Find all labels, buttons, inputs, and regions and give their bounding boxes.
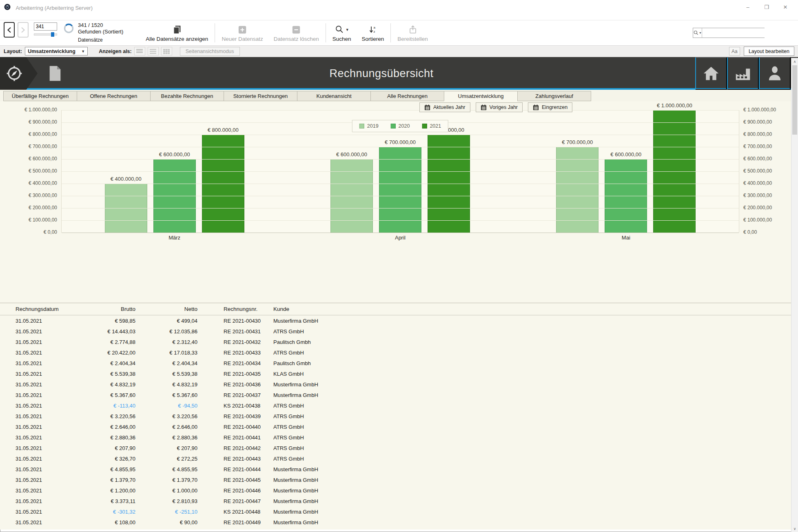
table-row[interactable]: 31.05.2021€ 1.379,70€ 1.379,70RE 2021-00… — [0, 474, 798, 485]
tab-offene-rechnungen[interactable]: Offene Rechnungen — [77, 91, 151, 101]
button-eingrenzen[interactable]: Eingrenzen — [528, 102, 572, 112]
table-view-button[interactable] — [161, 47, 172, 55]
cell: 31.05.2021 — [0, 488, 98, 494]
table-row[interactable]: 31.05.2021€ 598,85€ 499,04RE 2021-00430M… — [0, 315, 798, 326]
tab-panel: Aktuelles JahrVoriges JahrEingrenzen € 1… — [0, 101, 798, 530]
delete-record-button[interactable]: Datensatz löschen — [268, 20, 324, 45]
table-row[interactable]: 31.05.2021€ 2.774,88€ 2.312,40RE 2021-00… — [0, 337, 798, 347]
cell: ATRS GmbH — [273, 456, 798, 462]
tab-umsatzentwicklung[interactable]: Umsatzentwicklung — [444, 91, 518, 101]
table-row[interactable]: 31.05.2021€ 14.443,03€ 12.035,86RE 2021-… — [0, 326, 798, 337]
table-row[interactable]: 31.05.2021€ -301,32€ -251,10KS 2021-0044… — [0, 506, 798, 517]
table-row[interactable]: 31.05.2021€ 326,70€ 272,25RE 2021-00443A… — [0, 453, 798, 464]
sort-button[interactable]: az Sortieren — [357, 20, 390, 45]
tab-zahlungsverlauf[interactable]: Zahlungsverlauf — [517, 91, 591, 101]
scroll-down-button[interactable]: ∨ — [791, 525, 798, 532]
table-row[interactable]: 31.05.2021€ 4.832,19€ 4.832,19RE 2021-00… — [0, 379, 798, 390]
quick-find[interactable]: ▼ — [693, 28, 765, 38]
table-row[interactable]: 31.05.2021€ 20.422,00€ 17.018,33RE 2021-… — [0, 347, 798, 358]
table-row[interactable]: 31.05.2021€ 108,00€ 90,00RE 2021-00449Mu… — [0, 517, 798, 528]
search-icon[interactable]: ▼ — [693, 28, 702, 38]
column-header-netto: Netto — [135, 306, 197, 312]
table-row[interactable]: 31.05.2021€ 207,90€ 207,90RE 2021-00442A… — [0, 443, 798, 453]
home-button[interactable] — [695, 57, 727, 90]
table-row[interactable]: 31.05.2021€ 4.855,95€ 4.855,95RE 2021-00… — [0, 464, 798, 474]
table-row[interactable]: 31.05.2021€ 5.367,60€ 5.367,60RE 2021-00… — [0, 390, 798, 400]
calendar-icon — [533, 104, 539, 111]
tab-bezahlte-rechnungen[interactable]: Bezahlte Rechnungen — [150, 91, 224, 101]
quick-find-input[interactable] — [702, 28, 769, 38]
table-row[interactable]: 31.05.2021€ 2.880,36€ 2.880,36RE 2021-00… — [0, 432, 798, 443]
scrollbar-thumb[interactable] — [792, 65, 797, 135]
table-row[interactable]: 31.05.2021€ 2.404,34€ 2.404,34RE 2021-00… — [0, 358, 798, 368]
minimize-button[interactable]: – — [738, 2, 757, 12]
found-count: 341 / 1520 — [78, 22, 123, 29]
table-row[interactable]: 31.05.2021€ -113,40€ -94,50KS 2021-00438… — [0, 400, 798, 411]
table-row[interactable]: 31.05.2021€ 3.220,56€ 3.220,56RE 2021-00… — [0, 411, 798, 421]
cell: € 1.379,70 — [135, 477, 197, 483]
record-slider-thumb[interactable] — [51, 32, 54, 37]
legend-swatch — [422, 124, 427, 129]
cell: 31.05.2021 — [0, 339, 98, 345]
toolbar-separator — [326, 23, 326, 42]
cell: € 20.422,00 — [98, 350, 135, 356]
tab-kundenansicht[interactable]: Kundenansicht — [297, 91, 371, 101]
share-button[interactable]: Bereitstellen — [392, 20, 433, 45]
cell: ATRS GmbH — [273, 434, 798, 441]
bar-value-label: € 700.000,00 — [562, 139, 593, 145]
company-button[interactable] — [727, 57, 759, 90]
chevron-down-icon[interactable]: ▼ — [346, 28, 349, 32]
bar-value-label: € 700.000,00 — [385, 139, 416, 145]
chart-axis-right: € 1.000.000,00€ 900.000,00€ 800.000,00€ … — [739, 110, 798, 233]
y-tick-label: € 0,00 — [44, 229, 57, 235]
cell: ATRS GmbH — [273, 403, 798, 409]
table-header: RechnungsdatumBruttoNettoRechnungsnr.Kun… — [0, 303, 798, 315]
list-view-icon — [149, 49, 157, 54]
cell: 31.05.2021 — [0, 392, 98, 398]
scroll-up-button[interactable]: ∧ — [791, 58, 798, 65]
tab-stornierte-rechnungen[interactable]: Stornierte Rechnungen — [224, 91, 297, 101]
factory-icon — [734, 65, 752, 82]
record-number-input[interactable] — [34, 22, 57, 31]
button-aktuelles-jahr[interactable]: Aktuelles Jahr — [419, 102, 470, 112]
next-record-button[interactable] — [18, 22, 29, 38]
button-label: Aktuelles Jahr — [433, 104, 466, 110]
table-row[interactable]: 31.05.2021€ 3.373,11€ 2.810,93RE 2021-00… — [0, 496, 798, 506]
bar-2019-mai[interactable]: € 700.000,00 — [556, 147, 598, 233]
new-record-button[interactable]: Neuer Datensatz — [216, 20, 268, 45]
page-title: Rechnungsübersicht — [0, 57, 763, 90]
table-row[interactable]: 31.05.2021€ 5.539,38€ 5.539,38RE 2021-00… — [0, 368, 798, 379]
cell: RE 2021-00433 — [197, 350, 273, 356]
bar-2020-april[interactable]: € 700.000,00 — [379, 147, 421, 233]
list-view-button[interactable] — [148, 47, 159, 55]
bar-value-label: € 800.000,00 — [208, 127, 239, 133]
cell: 31.05.2021 — [0, 434, 98, 441]
maximize-button[interactable]: ❒ — [757, 2, 776, 12]
tab-alle-rechnungen[interactable]: Alle Rechnungen — [370, 91, 444, 101]
cell: € 14.443,03 — [98, 328, 135, 335]
record-slider[interactable] — [34, 33, 57, 35]
show-all-records-button[interactable]: Alle Datensätze anzeigen — [140, 20, 213, 45]
previous-record-button[interactable] — [4, 22, 15, 38]
toolbar-separator — [390, 23, 391, 42]
formatting-bar-button[interactable]: Aa — [729, 47, 740, 55]
table-row[interactable]: 31.05.2021€ 2.646,00€ 2.646,00RE 2021-00… — [0, 421, 798, 432]
layout-select[interactable]: Umsatzentwicklung ▼ — [25, 47, 88, 55]
gridline — [62, 159, 739, 160]
table-row[interactable]: 31.05.2021€ 1.200,00€ 1.000,00RE 2021-00… — [0, 485, 798, 496]
tab-überfällige-rechnungen[interactable]: Überfällige Rechnungen — [3, 91, 77, 101]
cell: € 2.646,00 — [135, 424, 197, 430]
cell: RE 2021-00445 — [197, 477, 273, 483]
vertical-scrollbar[interactable]: ∧ ∨ — [791, 58, 798, 532]
toolbar-separator — [215, 23, 215, 42]
user-button[interactable] — [759, 57, 791, 90]
edit-layout-button[interactable]: Layout bearbeiten — [744, 47, 794, 56]
button-voriges-jahr[interactable]: Voriges Jahr — [476, 102, 523, 112]
bar-value-label: € 400.000,00 — [111, 176, 142, 182]
preview-mode-button[interactable]: Seitenansichtsmodus — [180, 47, 240, 56]
cell: € 1.000,00 — [135, 488, 197, 494]
sort-az-icon: az — [368, 23, 378, 36]
find-button[interactable]: ▼ Suchen — [327, 20, 357, 45]
close-button[interactable]: ✕ — [776, 2, 795, 12]
form-view-button[interactable] — [134, 47, 145, 55]
